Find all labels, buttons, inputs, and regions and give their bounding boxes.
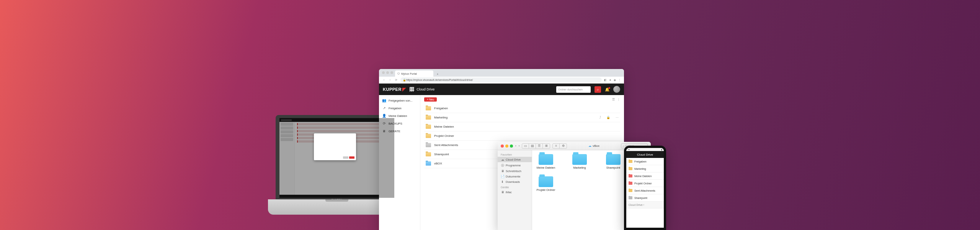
file-name: Marketing <box>434 116 448 119</box>
folder-icon <box>426 134 431 138</box>
finder-side-label: Schreibtisch <box>506 169 521 173</box>
new-button[interactable]: + Neu <box>424 97 437 102</box>
ext-icon[interactable]: ◧ <box>604 79 607 82</box>
phone-file-row[interactable]: Marketing <box>626 165 664 172</box>
folder-icon <box>426 106 431 110</box>
laptop-bezel: FUJITSU <box>276 115 398 199</box>
search-placeholder: Ordner durchsuchen <box>558 88 583 91</box>
notifications-icon[interactable]: 🔔 <box>605 87 609 92</box>
phone-file-row[interactable]: Sharepoint <box>626 194 664 202</box>
avatar[interactable] <box>613 86 620 93</box>
more-icon[interactable]: ⋯ <box>616 116 619 119</box>
dialog-confirm-button[interactable] <box>349 156 354 159</box>
phone-file-row[interactable]: Freigaben <box>626 158 664 165</box>
file-name: Sharepoint <box>434 153 449 156</box>
window-controls[interactable] <box>382 71 393 74</box>
finder-group-switcher[interactable]: ≡⚙ <box>552 143 567 149</box>
laptop-dialog <box>314 133 356 160</box>
finder-side-item[interactable]: 🖥Schreibtisch <box>498 168 532 174</box>
finder-side-header: Favoriten <box>498 152 532 157</box>
finder-side-label: iMac <box>506 191 512 194</box>
finder-folder[interactable]: Meine Dateien <box>534 154 557 169</box>
finder-folder[interactable]: Marketing <box>568 154 591 169</box>
dialog-cancel-button[interactable] <box>343 156 348 159</box>
finder-folder[interactable]: Projekt Ordner <box>534 176 557 192</box>
folder-icon <box>629 189 632 192</box>
sidebar-item-label: Freigaben <box>389 107 402 110</box>
finder-side-item[interactable]: 📄Dokumente <box>498 174 532 179</box>
file-name: Freigaben <box>434 107 448 110</box>
address-bar[interactable]: 🔒 https://mybox.vboxvault.de/services/Po… <box>400 77 602 82</box>
search-icon: ⌕ <box>597 87 599 91</box>
phone-file-label: Marketing <box>634 168 646 170</box>
file-row[interactable]: Projekt Ordner <box>424 131 620 141</box>
app-logo[interactable]: KUPPER ◤ <box>383 87 406 92</box>
file-row[interactable]: Freigaben <box>424 104 620 113</box>
sidebar-item-label: Freigegeben von... <box>389 99 413 102</box>
finder-item-label: Marketing <box>573 166 586 169</box>
phone-header: Cloud Drive <box>626 151 664 158</box>
finder-side-label: Downloads <box>506 180 520 184</box>
folder-icon <box>629 160 632 163</box>
folder-icon <box>629 174 632 177</box>
url-text: https://mybox.vboxvault.de/services/Port… <box>406 79 473 81</box>
logo-accent-icon: ◤ <box>402 87 406 92</box>
phone-file-label: Freigaben <box>634 160 647 163</box>
finder-side-item[interactable]: ☁Cloud Drive <box>498 157 532 162</box>
phone-file-label: Projekt Ordner <box>634 182 652 185</box>
file-row[interactable]: Meine Dateien <box>424 122 620 131</box>
ext-icon[interactable]: ★ <box>609 79 611 82</box>
finder-side-item[interactable]: ⒶProgramme <box>498 162 532 168</box>
phone-screen: •••▮ Cloud Drive FreigabenMarketingMeine… <box>626 148 664 228</box>
browser-tabstrip: ⎔ Mybox Portal + <box>379 69 624 77</box>
finder-folder[interactable]: Sharepoint <box>602 154 625 169</box>
share-icon[interactable]: ⤴ <box>599 116 601 119</box>
file-name: vBOX <box>434 162 442 165</box>
finder-side-label: Programme <box>506 164 521 167</box>
nav-back-icon[interactable]: ‹ <box>382 79 386 81</box>
nav-fwd-icon[interactable]: › <box>388 79 392 81</box>
doc-icon: 📄 <box>501 175 504 178</box>
phone-file-row[interactable]: Sent Attachments <box>626 187 664 194</box>
menu-icon[interactable]: ⋮ <box>618 79 621 82</box>
phone-back-row[interactable]: Cloud Drive › <box>626 202 664 209</box>
folder-icon <box>426 143 431 147</box>
file-row[interactable]: Marketing⤴🔒⋯ <box>424 113 620 122</box>
finder-view-switcher[interactable]: ▭▤☰⊞ <box>522 143 550 149</box>
laptop-screen <box>279 118 394 198</box>
finder-fwd-icon[interactable]: › <box>519 144 520 148</box>
browser-tab[interactable]: ⎔ Mybox Portal <box>395 71 433 77</box>
sidebar-item-freigaben[interactable]: ↗Freigaben <box>379 104 420 112</box>
file-name: Projekt Ordner <box>434 134 454 138</box>
finder-side-item[interactable]: ⬇Downloads <box>498 179 532 184</box>
lock-icon: 🔒 <box>606 116 610 119</box>
folder-icon <box>629 182 632 185</box>
finder-item-label: Meine Dateien <box>537 166 555 169</box>
finder-title: ☁ vBox <box>569 144 619 148</box>
down-icon: ⬇ <box>501 180 504 184</box>
phone-statusbar: •••▮ <box>626 148 664 151</box>
search-button[interactable]: ⌕ <box>595 86 601 93</box>
new-tab-button[interactable]: + <box>435 71 440 77</box>
folder-icon <box>629 196 632 199</box>
phone-file-label: Sent Attachments <box>634 189 655 192</box>
phone-file-label: Sharepoint <box>634 197 647 199</box>
phone-file-row[interactable]: Meine Dateien <box>626 172 664 180</box>
sidebar-item-freigegeben-von-[interactable]: 👥Freigegeben von... <box>379 97 420 104</box>
profile-icon[interactable]: ◉ <box>614 79 616 82</box>
sidebar-item-label: Meine Dateien <box>389 114 407 118</box>
view-list-icon[interactable]: ☰ <box>612 98 615 101</box>
app-title-text: Cloud Drive <box>416 87 434 91</box>
finder-back-icon[interactable]: ‹ <box>515 144 516 148</box>
phone-file-row[interactable]: Projekt Ordner <box>626 180 664 187</box>
view-sort-icon[interactable]: ⋮ <box>617 98 620 101</box>
folder-icon <box>572 154 587 165</box>
app-grid-icon[interactable] <box>410 87 414 92</box>
window-controls[interactable] <box>501 145 513 148</box>
nav-reload-icon[interactable]: ⟳ <box>394 79 398 82</box>
search-input[interactable]: Ordner durchsuchen <box>556 86 591 93</box>
finder-sidebar: Favoriten☁Cloud DriveⒶProgramme🖥Schreibt… <box>498 150 532 230</box>
finder-side-item[interactable]: 🖥iMac <box>498 189 532 195</box>
folder-icon <box>539 176 553 187</box>
search-icon: ⌕ <box>623 145 624 147</box>
